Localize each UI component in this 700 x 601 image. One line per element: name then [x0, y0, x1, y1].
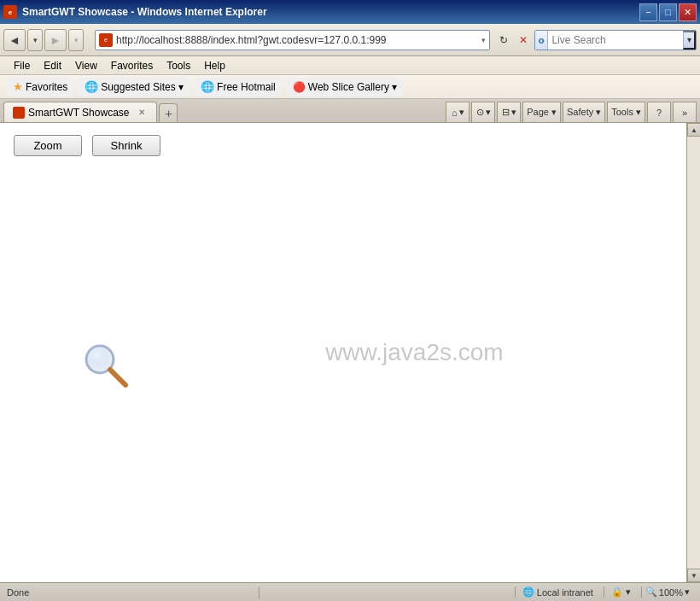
nav-bar: ◄ ▾ ► ▾ e ▾ ↻ ✕ o ▾ — [0, 24, 700, 56]
menu-favorites[interactable]: Favorites — [104, 56, 160, 75]
page-label: Page ▾ — [527, 107, 557, 118]
menu-file[interactable]: File — [7, 56, 37, 75]
maximize-button[interactable]: □ — [659, 3, 677, 21]
hotmail-icon: 🌐 — [201, 80, 214, 93]
home-button[interactable]: ⌂ ▾ — [446, 102, 470, 122]
refresh-button[interactable]: ↻ — [494, 29, 513, 51]
menu-view[interactable]: View — [68, 56, 104, 75]
menu-edit[interactable]: Edit — [37, 56, 68, 75]
feeds-icon: ⊙ — [476, 107, 484, 118]
stop-button[interactable]: ✕ — [514, 29, 533, 51]
menu-bar: File Edit View Favorites Tools Help — [0, 56, 700, 75]
tab-label: SmartGWT Showcase — [28, 107, 129, 119]
back-button[interactable]: ◄ — [3, 29, 26, 51]
tab-bar: SmartGWT Showcase ✕ + ⌂ ▾ ⊙ ▾ ⊟ ▾ Page ▾ — [0, 99, 700, 123]
address-chevron[interactable]: ▾ — [481, 36, 486, 44]
scroll-down-button[interactable]: ▼ — [687, 569, 700, 582]
watermark: www.java2s.com — [325, 339, 504, 366]
zoom-button[interactable]: Zoom — [14, 135, 82, 156]
menu-tools[interactable]: Tools — [160, 56, 197, 75]
svg-line-2 — [110, 370, 125, 385]
print-button[interactable]: ⊟ ▾ — [497, 102, 521, 122]
minimize-button[interactable]: − — [639, 3, 657, 21]
favorites-button[interactable]: ★ Favorites — [7, 78, 73, 96]
address-bar[interactable]: e ▾ — [95, 30, 490, 50]
status-zone: 🌐 Local intranet — [515, 586, 600, 598]
scroll-up-button[interactable]: ▲ — [687, 123, 700, 137]
zone-label: Local intranet — [537, 587, 593, 598]
close-button[interactable]: ✕ — [679, 3, 697, 21]
scroll-track[interactable] — [687, 137, 700, 569]
home-icon: ⌂ — [452, 108, 458, 118]
print-dropdown: ▾ — [511, 107, 516, 118]
zone-icon: 🌐 — [522, 586, 534, 598]
safety-button[interactable]: Safety ▾ — [563, 102, 605, 122]
forward-button[interactable]: ► — [44, 29, 67, 51]
forward-dropdown[interactable]: ▾ — [68, 29, 84, 51]
new-tab-button[interactable]: + — [159, 103, 178, 122]
window-title: SmartGWT Showcase - Windows Internet Exp… — [22, 6, 267, 18]
security-dropdown[interactable]: ▾ — [626, 586, 631, 598]
app-icon: e — [3, 5, 17, 19]
webslice-icon: 🔴 — [293, 81, 306, 93]
tools-label: Tools ▾ — [611, 107, 641, 118]
safety-label: Safety ▾ — [567, 107, 601, 118]
shrink-button[interactable]: Shrink — [92, 135, 160, 156]
browser-content: Zoom Shrink — [0, 123, 686, 582]
favorites-label: Favorites — [26, 81, 67, 93]
more-tools-button[interactable]: » — [673, 102, 697, 122]
status-divider-1 — [259, 586, 260, 598]
search-input[interactable] — [548, 34, 683, 46]
search-provider-icon: o — [535, 31, 548, 50]
search-bar: o ▾ — [534, 30, 697, 50]
help-button[interactable]: ? — [647, 102, 671, 122]
print-icon: ⊟ — [502, 107, 510, 118]
free-hotmail-button[interactable]: 🌐 Free Hotmail — [195, 78, 282, 96]
hotmail-label: Free Hotmail — [217, 81, 276, 93]
toolbar-area: ⌂ ▾ ⊙ ▾ ⊟ ▾ Page ▾ Safety ▾ Tools ▾ ? — [446, 102, 697, 122]
feeds-button[interactable]: ⊙ ▾ — [471, 102, 495, 122]
security-icon: 🔒 — [611, 586, 623, 598]
menu-help[interactable]: Help — [197, 56, 232, 75]
favorites-bar: ★ Favorites 🌐 Suggested Sites ▾ 🌐 Free H… — [0, 75, 700, 99]
status-bar: Done 🌐 Local intranet 🔒 ▾ 🔍 100% ▾ — [0, 582, 700, 601]
button-row: Zoom Shrink — [0, 123, 686, 168]
status-text: Done — [7, 587, 252, 598]
zoom-level: 100% — [659, 587, 683, 598]
status-zoom[interactable]: 🔍 100% ▾ — [641, 586, 693, 598]
web-slice-gallery-button[interactable]: 🔴 Web Slice Gallery ▾ — [287, 78, 403, 96]
ie-icon: 🌐 — [85, 80, 98, 93]
tab-close-button[interactable]: ✕ — [136, 107, 148, 119]
scrollbar-vertical[interactable]: ▲ ▼ — [686, 123, 700, 582]
webslice-label: Web Slice Gallery ▾ — [308, 81, 397, 93]
tab-smartgwt[interactable]: SmartGWT Showcase ✕ — [3, 102, 157, 122]
search-button[interactable]: ▾ — [683, 31, 696, 50]
help-label: ? — [656, 108, 662, 118]
magnifier-icon — [81, 341, 132, 392]
zoom-dropdown[interactable]: ▾ — [685, 586, 690, 598]
page-button[interactable]: Page ▾ — [522, 102, 561, 122]
back-dropdown[interactable]: ▾ — [27, 29, 43, 51]
zoom-icon: 🔍 — [645, 586, 657, 598]
tools-button[interactable]: Tools ▾ — [607, 102, 645, 122]
home-dropdown: ▾ — [459, 107, 464, 118]
status-security[interactable]: 🔒 ▾ — [604, 586, 638, 598]
suggested-sites-label: Suggested Sites ▾ — [101, 81, 184, 93]
tab-favicon — [13, 107, 25, 119]
star-icon: ★ — [13, 80, 23, 93]
title-bar: e SmartGWT Showcase - Windows Internet E… — [0, 0, 700, 24]
suggested-sites-button[interactable]: 🌐 Suggested Sites ▾ — [79, 78, 190, 96]
address-input[interactable] — [116, 34, 478, 46]
feeds-dropdown: ▾ — [486, 107, 491, 118]
address-favicon: e — [99, 33, 113, 47]
